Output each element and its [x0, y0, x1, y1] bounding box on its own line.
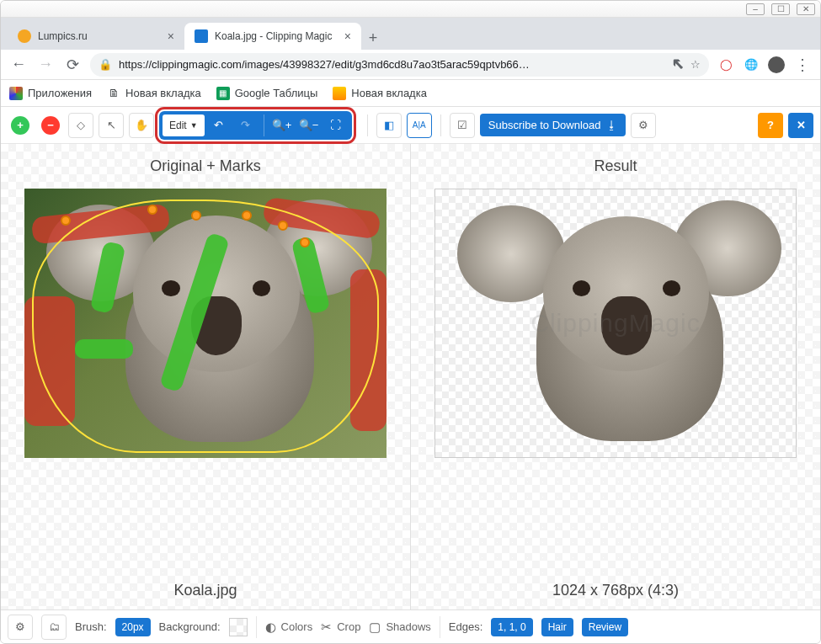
bookmark-apps[interactable]: Приложения	[9, 87, 92, 100]
redo-button[interactable]: ↷	[233, 113, 259, 138]
url-input[interactable]: 🔒 https://clippingmagic.com/images/43998…	[90, 53, 709, 77]
ab-icon: A|A	[413, 120, 426, 130]
brush-label: Brush:	[75, 620, 107, 633]
zoom-out-icon: 🔍−	[299, 119, 319, 131]
chevron-down-icon: ▼	[190, 121, 198, 130]
layers-icon: 🗂	[49, 620, 60, 633]
compare-ab-button[interactable]: A|A	[407, 113, 432, 138]
cursor-tool-button[interactable]: ↖	[99, 113, 124, 138]
bottom-toolbar: ⚙ 🗂 Brush: 20px Background: ◐Colors ✂Cro…	[1, 609, 820, 643]
window-maximize-button[interactable]: ☐	[771, 3, 790, 15]
favicon-icon	[18, 29, 31, 43]
hair-button[interactable]: Hair	[541, 618, 573, 636]
address-bar: ← → ⟳ 🔒 https://clippingmagic.com/images…	[1, 50, 820, 80]
compare-split-button[interactable]: ◧	[376, 113, 402, 138]
bookmark-item[interactable]: 🗎 Новая вкладка	[107, 87, 201, 100]
output-settings-button[interactable]: ⚙	[8, 615, 33, 640]
subscribe-label: Subscribe to Download	[488, 119, 601, 131]
nav-reload-button[interactable]: ⟳	[63, 56, 82, 74]
keep-tool-button[interactable]: +	[8, 113, 33, 138]
hand-tool-button[interactable]: ✋	[129, 113, 154, 138]
browser-tabstrip: Lumpics.ru × Koala.jpg - Clipping Magic …	[1, 18, 820, 50]
review-button[interactable]: Review	[582, 618, 628, 636]
layers-button[interactable]: 🗂	[41, 615, 67, 640]
eraser-icon: ◇	[77, 119, 85, 131]
nav-forward-button[interactable]: →	[36, 56, 55, 73]
edges-value-button[interactable]: 1, 1, 0	[491, 618, 532, 636]
result-title: Result	[594, 157, 637, 175]
tab-title: Lumpics.ru	[38, 30, 161, 42]
bookmark-item[interactable]: ▦ Google Таблицы	[216, 87, 318, 100]
cursor-icon: ↖	[107, 119, 116, 131]
apps-icon	[9, 87, 23, 100]
shadows-icon: ▢	[369, 620, 381, 635]
zoom-out-button[interactable]: 🔍−	[296, 113, 322, 138]
check-icon: ☑	[457, 119, 467, 131]
subscribe-download-button[interactable]: Subscribe to Download ⭳	[480, 114, 626, 136]
settings-gear-button[interactable]: ⚙	[631, 113, 656, 138]
tab-title: Koala.jpg - Clipping Magic	[215, 30, 338, 42]
result-canvas[interactable]: ClippingMagic	[434, 189, 797, 458]
watermark-text: ClippingMagic	[435, 189, 796, 457]
colors-icon: ◐	[265, 620, 276, 635]
eraser-tool-button[interactable]: ◇	[68, 113, 93, 138]
undo-button[interactable]: ↶	[206, 113, 232, 138]
extension-globe-icon[interactable]: 🌐	[743, 56, 760, 73]
undo-icon: ↶	[214, 119, 223, 131]
preview-check-button[interactable]: ☑	[450, 113, 475, 138]
browser-tab-active[interactable]: Koala.jpg - Clipping Magic ×	[184, 23, 361, 50]
dimensions-label: 1024 x 768px (4:3)	[552, 582, 679, 599]
image-icon	[333, 87, 346, 100]
marks-overlay	[24, 189, 387, 458]
original-canvas[interactable]	[24, 189, 387, 458]
nav-back-button[interactable]: ←	[9, 56, 28, 73]
original-title: Original + Marks	[150, 157, 261, 175]
bookmark-label: Google Таблицы	[235, 87, 318, 99]
extension-opera-icon[interactable]: ◯	[717, 56, 734, 73]
bookmark-item[interactable]: Новая вкладка	[333, 87, 427, 100]
edit-mode-dropdown[interactable]: Edit ▼	[163, 114, 205, 136]
window-controls: – ☐ ✕	[1, 1, 820, 18]
window-minimize-button[interactable]: –	[746, 3, 765, 15]
bookmark-label: Новая вкладка	[125, 87, 201, 99]
crop-icon: ✂	[321, 620, 332, 635]
tab-close-icon[interactable]: ×	[344, 29, 351, 43]
browser-tab[interactable]: Lumpics.ru ×	[8, 23, 184, 50]
tab-close-icon[interactable]: ×	[168, 29, 174, 43]
url-text: https://clippingmagic.com/images/4399832…	[119, 58, 666, 71]
crop-button[interactable]: ✂Crop	[321, 620, 360, 635]
profile-avatar[interactable]	[768, 56, 785, 73]
brush-size-button[interactable]: 20px	[115, 618, 151, 636]
zoom-in-icon: 🔍+	[272, 119, 292, 131]
new-tab-button[interactable]: +	[361, 26, 385, 50]
favicon-icon	[195, 29, 208, 43]
close-editor-button[interactable]: ✕	[788, 113, 813, 138]
zoom-in-button[interactable]: 🔍+	[269, 113, 295, 138]
star-icon[interactable]: ☆	[690, 58, 701, 71]
editor-area: Original + Marks	[1, 144, 820, 609]
app-toolbar: + − ◇ ↖ ✋ Edit ▼ ↶ ↷ 🔍+ 🔍− ⛶ ◧ A|A ☑ Sub…	[1, 107, 820, 144]
download-icon: ⭳	[606, 119, 617, 131]
help-button[interactable]: ?	[758, 113, 783, 138]
colors-button[interactable]: ◐Colors	[265, 620, 313, 635]
bookmarks-bar: Приложения 🗎 Новая вкладка ▦ Google Табл…	[1, 80, 820, 107]
shadows-label: Shadows	[386, 620, 430, 633]
split-icon: ◧	[384, 119, 394, 131]
background-label: Background:	[159, 620, 221, 633]
hand-icon: ✋	[135, 119, 148, 131]
remove-tool-button[interactable]: −	[38, 113, 63, 138]
result-panel: Result ClippingMagic 1024 x 768px (4:3)	[410, 144, 820, 609]
background-swatch-button[interactable]	[229, 618, 248, 636]
translate-icon[interactable]: 🡼	[673, 58, 684, 71]
shadows-button[interactable]: ▢Shadows	[369, 620, 430, 635]
bookmark-label: Новая вкладка	[351, 87, 427, 99]
fit-screen-button[interactable]: ⛶	[323, 113, 349, 138]
edit-highlight-group: Edit ▼ ↶ ↷ 🔍+ 🔍− ⛶	[159, 111, 352, 140]
lock-icon: 🔒	[99, 58, 112, 71]
browser-menu-button[interactable]: ⋮	[793, 56, 812, 74]
bookmark-label: Приложения	[28, 87, 92, 99]
gear-icon: ⚙	[638, 119, 648, 131]
window-close-button[interactable]: ✕	[797, 3, 815, 15]
edges-label: Edges:	[449, 620, 482, 633]
original-panel: Original + Marks	[1, 144, 410, 609]
